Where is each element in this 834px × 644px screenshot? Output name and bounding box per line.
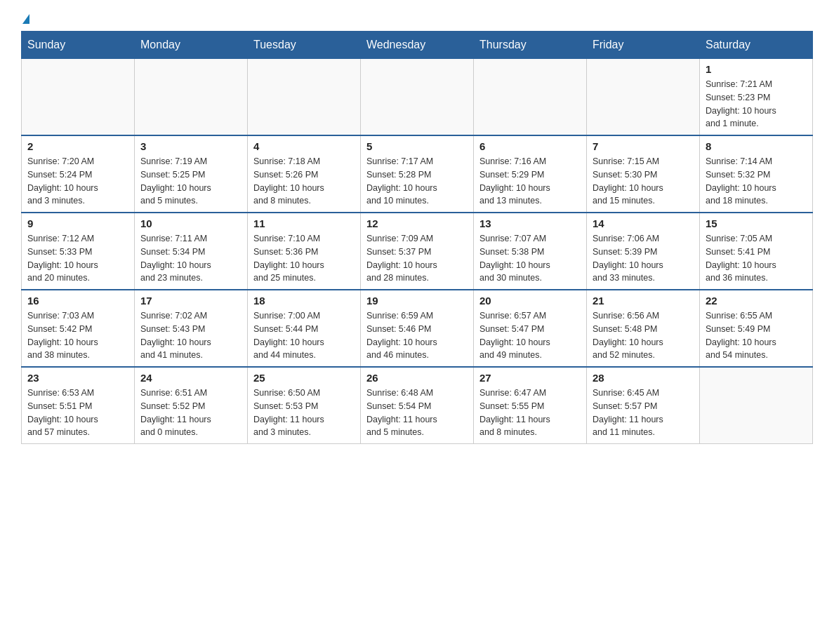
- day-number: 21: [593, 295, 694, 307]
- day-info: Sunrise: 7:09 AMSunset: 5:37 PMDaylight:…: [366, 232, 468, 285]
- day-info: Sunrise: 6:47 AMSunset: 5:55 PMDaylight:…: [479, 387, 581, 439]
- day-number: 14: [593, 217, 694, 229]
- calendar-cell: [700, 367, 813, 444]
- calendar-cell: 17Sunrise: 7:02 AMSunset: 5:43 PMDayligh…: [135, 290, 248, 367]
- calendar-cell: 26Sunrise: 6:48 AMSunset: 5:54 PMDayligh…: [361, 367, 474, 444]
- day-header-wednesday: Wednesday: [361, 32, 474, 59]
- day-info: Sunrise: 7:06 AMSunset: 5:39 PMDaylight:…: [593, 232, 694, 285]
- calendar-cell: 4Sunrise: 7:18 AMSunset: 5:26 PMDaylight…: [248, 135, 361, 213]
- day-info: Sunrise: 7:02 AMSunset: 5:43 PMDaylight:…: [140, 309, 241, 362]
- calendar-cell: 20Sunrise: 6:57 AMSunset: 5:47 PMDayligh…: [474, 290, 587, 367]
- day-number: 4: [253, 140, 355, 152]
- day-header-monday: Monday: [135, 32, 248, 59]
- day-number: 22: [706, 295, 807, 307]
- day-number: 18: [253, 295, 355, 307]
- calendar-cell: [361, 59, 474, 136]
- calendar-week-row: 16Sunrise: 7:03 AMSunset: 5:42 PMDayligh…: [22, 290, 813, 367]
- calendar-cell: 6Sunrise: 7:16 AMSunset: 5:29 PMDaylight…: [474, 135, 587, 213]
- day-number: 3: [140, 140, 241, 152]
- calendar-cell: 21Sunrise: 6:56 AMSunset: 5:48 PMDayligh…: [587, 290, 700, 367]
- day-number: 28: [593, 372, 694, 384]
- calendar-week-row: 1Sunrise: 7:21 AMSunset: 5:23 PMDaylight…: [22, 59, 813, 136]
- calendar-cell: 7Sunrise: 7:15 AMSunset: 5:30 PMDaylight…: [587, 135, 700, 213]
- day-number: 26: [366, 372, 468, 384]
- calendar-cell: 2Sunrise: 7:20 AMSunset: 5:24 PMDaylight…: [22, 135, 135, 213]
- day-number: 23: [27, 372, 128, 384]
- calendar-cell: 13Sunrise: 7:07 AMSunset: 5:38 PMDayligh…: [474, 213, 587, 290]
- page-header: [21, 14, 813, 24]
- calendar-week-row: 23Sunrise: 6:53 AMSunset: 5:51 PMDayligh…: [22, 367, 813, 444]
- calendar-cell: 1Sunrise: 7:21 AMSunset: 5:23 PMDaylight…: [700, 59, 813, 136]
- day-header-tuesday: Tuesday: [248, 32, 361, 59]
- day-info: Sunrise: 7:03 AMSunset: 5:42 PMDaylight:…: [27, 309, 128, 362]
- day-info: Sunrise: 6:55 AMSunset: 5:49 PMDaylight:…: [706, 309, 807, 362]
- day-info: Sunrise: 7:00 AMSunset: 5:44 PMDaylight:…: [253, 309, 355, 362]
- day-header-saturday: Saturday: [700, 32, 813, 59]
- day-info: Sunrise: 7:11 AMSunset: 5:34 PMDaylight:…: [140, 232, 241, 285]
- calendar-cell: 25Sunrise: 6:50 AMSunset: 5:53 PMDayligh…: [248, 367, 361, 444]
- day-number: 24: [140, 372, 241, 384]
- day-number: 10: [140, 217, 241, 229]
- day-info: Sunrise: 6:53 AMSunset: 5:51 PMDaylight:…: [27, 387, 128, 439]
- day-header-thursday: Thursday: [474, 32, 587, 59]
- day-number: 2: [27, 140, 128, 152]
- day-info: Sunrise: 6:50 AMSunset: 5:53 PMDaylight:…: [253, 387, 355, 439]
- calendar-cell: 11Sunrise: 7:10 AMSunset: 5:36 PMDayligh…: [248, 213, 361, 290]
- day-info: Sunrise: 7:05 AMSunset: 5:41 PMDaylight:…: [706, 232, 807, 285]
- calendar-cell: 22Sunrise: 6:55 AMSunset: 5:49 PMDayligh…: [700, 290, 813, 367]
- calendar-cell: [474, 59, 587, 136]
- day-number: 25: [253, 372, 355, 384]
- day-number: 11: [253, 217, 355, 229]
- day-info: Sunrise: 6:45 AMSunset: 5:57 PMDaylight:…: [593, 387, 694, 439]
- calendar-cell: 23Sunrise: 6:53 AMSunset: 5:51 PMDayligh…: [22, 367, 135, 444]
- calendar-cell: 27Sunrise: 6:47 AMSunset: 5:55 PMDayligh…: [474, 367, 587, 444]
- calendar-cell: 9Sunrise: 7:12 AMSunset: 5:33 PMDaylight…: [22, 213, 135, 290]
- day-number: 6: [479, 140, 581, 152]
- day-info: Sunrise: 6:56 AMSunset: 5:48 PMDaylight:…: [593, 309, 694, 362]
- calendar-week-row: 9Sunrise: 7:12 AMSunset: 5:33 PMDaylight…: [22, 213, 813, 290]
- day-info: Sunrise: 6:51 AMSunset: 5:52 PMDaylight:…: [140, 387, 241, 439]
- calendar-cell: 15Sunrise: 7:05 AMSunset: 5:41 PMDayligh…: [700, 213, 813, 290]
- day-info: Sunrise: 7:19 AMSunset: 5:25 PMDaylight:…: [140, 155, 241, 208]
- calendar-cell: 14Sunrise: 7:06 AMSunset: 5:39 PMDayligh…: [587, 213, 700, 290]
- day-number: 20: [479, 295, 581, 307]
- logo: [21, 14, 29, 24]
- logo-triangle-icon: [22, 14, 29, 24]
- calendar-cell: [22, 59, 135, 136]
- calendar-cell: 10Sunrise: 7:11 AMSunset: 5:34 PMDayligh…: [135, 213, 248, 290]
- day-info: Sunrise: 7:07 AMSunset: 5:38 PMDaylight:…: [479, 232, 581, 285]
- day-info: Sunrise: 7:14 AMSunset: 5:32 PMDaylight:…: [706, 155, 807, 208]
- day-info: Sunrise: 6:57 AMSunset: 5:47 PMDaylight:…: [479, 309, 581, 362]
- day-number: 5: [366, 140, 468, 152]
- calendar-cell: 12Sunrise: 7:09 AMSunset: 5:37 PMDayligh…: [361, 213, 474, 290]
- day-number: 8: [706, 140, 807, 152]
- day-number: 7: [593, 140, 694, 152]
- calendar-cell: [587, 59, 700, 136]
- day-info: Sunrise: 7:16 AMSunset: 5:29 PMDaylight:…: [479, 155, 581, 208]
- calendar-cell: [135, 59, 248, 136]
- day-number: 27: [479, 372, 581, 384]
- calendar-cell: 19Sunrise: 6:59 AMSunset: 5:46 PMDayligh…: [361, 290, 474, 367]
- day-number: 17: [140, 295, 241, 307]
- calendar-week-row: 2Sunrise: 7:20 AMSunset: 5:24 PMDaylight…: [22, 135, 813, 213]
- day-info: Sunrise: 7:20 AMSunset: 5:24 PMDaylight:…: [27, 155, 128, 208]
- day-number: 9: [27, 217, 128, 229]
- calendar-cell: 18Sunrise: 7:00 AMSunset: 5:44 PMDayligh…: [248, 290, 361, 367]
- day-number: 15: [706, 217, 807, 229]
- day-info: Sunrise: 7:15 AMSunset: 5:30 PMDaylight:…: [593, 155, 694, 208]
- day-info: Sunrise: 7:12 AMSunset: 5:33 PMDaylight:…: [27, 232, 128, 285]
- day-info: Sunrise: 7:21 AMSunset: 5:23 PMDaylight:…: [706, 78, 807, 130]
- calendar-cell: [248, 59, 361, 136]
- calendar-cell: 8Sunrise: 7:14 AMSunset: 5:32 PMDaylight…: [700, 135, 813, 213]
- day-info: Sunrise: 6:48 AMSunset: 5:54 PMDaylight:…: [366, 387, 468, 439]
- calendar-cell: 24Sunrise: 6:51 AMSunset: 5:52 PMDayligh…: [135, 367, 248, 444]
- day-number: 1: [706, 63, 807, 75]
- day-number: 13: [479, 217, 581, 229]
- calendar-header-row: SundayMondayTuesdayWednesdayThursdayFrid…: [22, 32, 813, 59]
- day-info: Sunrise: 7:17 AMSunset: 5:28 PMDaylight:…: [366, 155, 468, 208]
- day-number: 12: [366, 217, 468, 229]
- calendar-cell: 5Sunrise: 7:17 AMSunset: 5:28 PMDaylight…: [361, 135, 474, 213]
- day-info: Sunrise: 7:18 AMSunset: 5:26 PMDaylight:…: [253, 155, 355, 208]
- day-header-sunday: Sunday: [22, 32, 135, 59]
- calendar-cell: 16Sunrise: 7:03 AMSunset: 5:42 PMDayligh…: [22, 290, 135, 367]
